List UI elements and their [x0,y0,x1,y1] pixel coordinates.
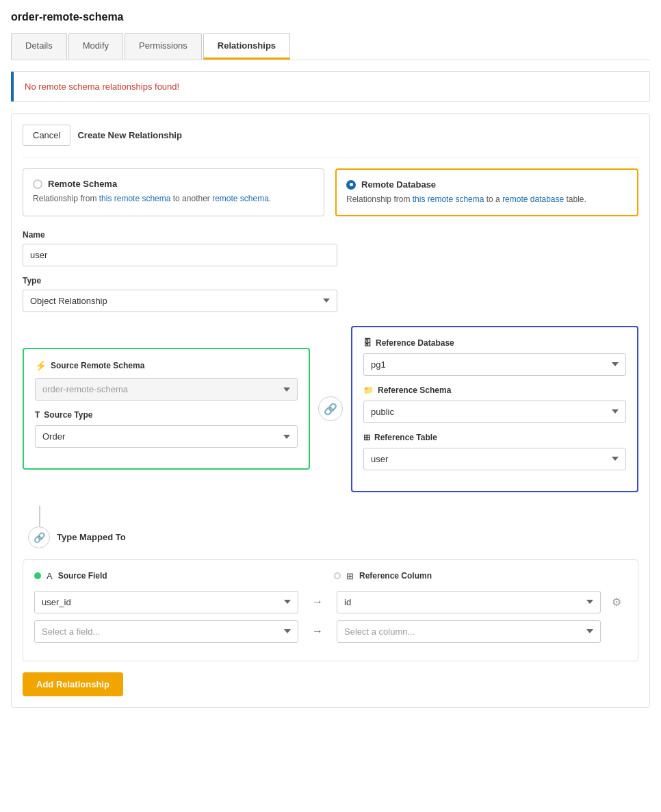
type-mapped-section: 🔗 Type Mapped To [23,526,638,548]
field-mapping-row-1: Select a field... → Select a column... [34,620,627,643]
ref-column-select-0[interactable]: id [337,591,601,613]
tab-permissions[interactable]: Permissions [125,33,202,60]
ref-table-title: ⊞ Reference Table [363,433,626,442]
source-field-select-1[interactable]: Select a field... [34,620,298,643]
tab-relationships[interactable]: Relationships [203,33,290,60]
radio-option-remote-database[interactable]: Remote Database Relationship from this r… [335,168,638,216]
ref-table-select[interactable]: user [363,448,626,470]
ref-col-dot [334,572,341,579]
tabs-bar: Details Modify Permissions Relationships [11,33,650,60]
ref-col-icon: ⊞ [346,571,354,581]
source-field-select-0[interactable]: user_id [34,591,298,613]
remove-mapping-button-0[interactable]: ⚙ [612,596,621,609]
source-field-dot [34,572,41,579]
ref-schema-icon: 📁 [363,385,374,395]
type-mapped-circle: 🔗 [28,526,50,548]
remote-database-label: Remote Database [361,179,436,190]
source-type-select[interactable]: Order [35,425,298,448]
connector-line [39,506,40,526]
create-relationship-form: Cancel Create New Relationship Remote Sc… [11,113,650,708]
no-relationships-alert: No remote schema relationships found! [11,71,650,102]
ref-db-title: 🗄 Reference Database [363,338,626,348]
name-label: Name [23,230,638,240]
ref-schema-title: 📁 Reference Schema [363,385,626,395]
source-field-icon: A [47,571,53,581]
name-input[interactable] [23,244,337,266]
source-field-col-label: Source Field [58,571,107,581]
ref-table-icon: ⊞ [363,433,370,442]
ref-schema-select[interactable]: public [363,401,626,423]
radio-circle-remote-database [346,180,356,190]
ref-column-select-1[interactable]: Select a column... [337,620,601,643]
source-panel: ⚡ Source Remote Schema order-remote-sche… [23,348,310,470]
ref-db-icon: 🗄 [363,338,372,348]
ref-database-select[interactable]: pg1 [363,353,626,376]
source-type-label: T Source Type [35,410,298,420]
type-mapped-label: Type Mapped To [57,532,126,542]
ref-col-label: Reference Column [359,571,432,581]
field-mapping-card: A Source Field ⊞ Reference Column user_i… [23,559,638,661]
tab-modify[interactable]: Modify [68,33,123,60]
type-field-group: Type Object Relationship Array Relations… [23,276,638,312]
type-select[interactable]: Object Relationship Array Relationship [23,290,337,312]
tab-details[interactable]: Details [11,33,67,60]
remote-database-desc: Relationship from this remote schema to … [346,194,627,205]
source-type-icon: T [35,410,40,420]
link-circle: 🔗 [318,396,343,421]
page-title: order-remote-schema [11,11,650,23]
source-panel-title: ⚡ Source Remote Schema [35,360,298,371]
cancel-button[interactable]: Cancel [23,125,70,146]
reference-panel: 🗄 Reference Database pg1 📁 Reference Sch… [351,326,638,492]
source-schema-select[interactable]: order-remote-schema [35,378,298,401]
radio-options-group: Remote Schema Relationship from this rem… [23,168,638,216]
remote-schema-desc: Relationship from this remote schema to … [33,193,314,205]
source-schema-icon: ⚡ [35,360,47,371]
form-actions-bar: Cancel Create New Relationship [23,125,638,157]
radio-circle-remote-schema [33,179,42,189]
type-label: Type [23,276,638,286]
radio-option-remote-schema[interactable]: Remote Schema Relationship from this rem… [23,168,324,216]
field-mapping-row-0: user_id → id ⚙ [34,591,627,613]
remote-schema-label: Remote Schema [48,179,117,189]
create-relationship-label: Create New Relationship [77,130,181,140]
field-mapping-header: A Source Field ⊞ Reference Column [34,571,627,581]
alert-message: No remote schema relationships found! [25,81,179,92]
add-relationship-button[interactable]: Add Relationship [23,672,123,696]
name-field-group: Name [23,230,638,266]
relationship-grid: ⚡ Source Remote Schema order-remote-sche… [23,326,638,492]
